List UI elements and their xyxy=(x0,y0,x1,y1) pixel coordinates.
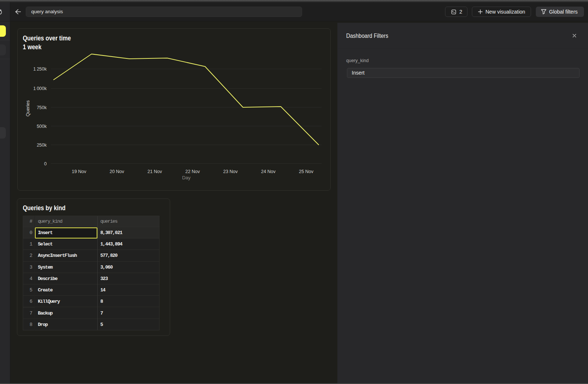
svg-text:21 Nov: 21 Nov xyxy=(147,169,162,174)
svg-text:750k: 750k xyxy=(37,105,47,110)
svg-text:22 Nov: 22 Nov xyxy=(185,169,200,174)
svg-text:Queries: Queries xyxy=(25,100,31,116)
svg-text:20 Nov: 20 Nov xyxy=(110,169,124,174)
svg-text:19 Nov: 19 Nov xyxy=(72,169,86,174)
svg-text:23 Nov: 23 Nov xyxy=(223,169,238,174)
svg-text:1 000k: 1 000k xyxy=(33,86,47,91)
svg-text:500k: 500k xyxy=(37,124,47,129)
svg-text:0: 0 xyxy=(44,161,47,166)
svg-text:25 Nov: 25 Nov xyxy=(299,169,313,174)
svg-text:Day: Day xyxy=(182,175,191,180)
svg-text:250k: 250k xyxy=(37,143,47,148)
svg-text:1 250k: 1 250k xyxy=(33,67,47,72)
svg-text:24 Nov: 24 Nov xyxy=(261,169,276,174)
